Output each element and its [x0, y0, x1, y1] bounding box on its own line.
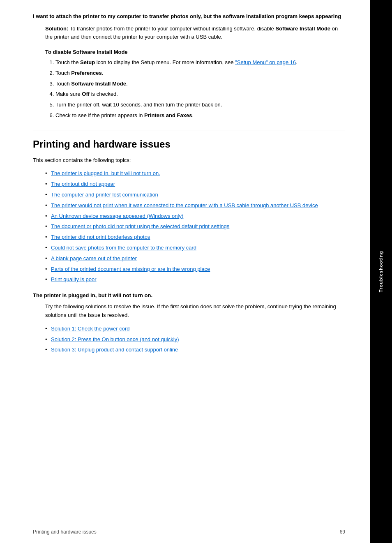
solution-bold1: Software Install Mode	[275, 25, 330, 32]
list-item: An Unknown device message appeared (Wind…	[45, 212, 345, 221]
topic-link-11[interactable]: Print quality is poor	[51, 276, 97, 282]
step4-bold: Off	[82, 91, 90, 97]
printer-plugged-heading: The printer is plugged in, but it will n…	[33, 292, 345, 298]
solution-link-2[interactable]: Solution 2: Press the On button once (an…	[51, 336, 179, 342]
list-item: Print quality is poor	[45, 275, 345, 284]
solution-text: To transfer photos from the printer to y…	[68, 25, 275, 32]
list-item: Check to see if the printer appears in P…	[55, 111, 345, 120]
topic-link-5[interactable]: An Unknown device message appeared (Wind…	[51, 213, 183, 219]
subsection-title: To disable Software Install Mode	[45, 49, 345, 55]
list-item: The document or photo did not print usin…	[45, 222, 345, 231]
solution-link-3[interactable]: Solution 3: Unplug product and contact s…	[51, 347, 178, 353]
printing-intro: This section contains the following topi…	[33, 156, 345, 165]
topic-link-10[interactable]: Parts of the printed document are missin…	[51, 266, 210, 272]
solution-link-1[interactable]: Solution 1: Check the power cord	[51, 326, 130, 332]
list-item: The printer is plugged in, but it will n…	[45, 169, 345, 178]
sidebar: Troubleshooting	[370, 0, 392, 543]
list-item: The printout did not appear	[45, 180, 345, 189]
footer-page-number: 69	[340, 529, 345, 535]
footer-section-name: Printing and hardware issues	[33, 529, 97, 535]
step3-bold: Software Install Mode	[71, 81, 126, 87]
list-item: Touch Software Install Mode.	[55, 80, 345, 88]
list-item: Could not save photos from the computer …	[45, 244, 345, 252]
list-item: Touch Preferences.	[55, 69, 345, 78]
printer-plugged-intro: Try the following solutions to resolve t…	[45, 303, 345, 320]
step1-bold: Setup	[80, 59, 95, 65]
list-item: Solution 1: Check the power cord	[45, 325, 345, 333]
list-item: Touch the Setup icon to display the Setu…	[55, 58, 345, 67]
setup-menu-link[interactable]: "Setup Menu" on page 16	[235, 59, 296, 65]
intro-heading: I want to attach the printer to my compu…	[33, 12, 345, 21]
list-item: Turn the printer off, wait 10 seconds, a…	[55, 101, 345, 109]
solutions-list: Solution 1: Check the power cord Solutio…	[45, 325, 345, 354]
solution-label: Solution:	[45, 25, 68, 32]
solution-block: Solution: To transfer photos from the pr…	[45, 25, 345, 42]
sidebar-label: Troubleshooting	[378, 251, 383, 292]
divider	[33, 130, 345, 130]
footer: Printing and hardware issues 69	[0, 529, 370, 535]
topics-list: The printer is plugged in, but it will n…	[45, 169, 345, 284]
list-item: Make sure Off is checked.	[55, 90, 345, 99]
topic-link-2[interactable]: The printout did not appear	[51, 181, 115, 187]
topic-link-7[interactable]: The printer did not print borderless pho…	[51, 234, 150, 240]
list-item: Parts of the printed document are missin…	[45, 265, 345, 274]
step2-bold: Preferences	[71, 70, 101, 76]
topic-link-1[interactable]: The printer is plugged in, but it will n…	[51, 170, 160, 176]
list-item: The computer and printer lost communicat…	[45, 191, 345, 199]
topic-link-6[interactable]: The document or photo did not print usin…	[51, 223, 229, 229]
step6-bold: Printers and Faxes	[144, 112, 192, 118]
list-item: The printer did not print borderless pho…	[45, 233, 345, 242]
list-item: Solution 3: Unplug product and contact s…	[45, 346, 345, 354]
topic-link-4[interactable]: The printer would not print when it was …	[51, 202, 318, 208]
printing-section-heading: Printing and hardware issues	[33, 139, 345, 150]
topic-link-9[interactable]: A blank page came out of the printer	[51, 255, 137, 261]
list-item: A blank page came out of the printer	[45, 254, 345, 263]
steps-list: Touch the Setup icon to display the Setu…	[55, 58, 345, 120]
list-item: Solution 2: Press the On button once (an…	[45, 335, 345, 344]
topic-link-3[interactable]: The computer and printer lost communicat…	[51, 192, 158, 198]
list-item: The printer would not print when it was …	[45, 201, 345, 210]
topic-link-8[interactable]: Could not save photos from the computer …	[51, 245, 196, 251]
